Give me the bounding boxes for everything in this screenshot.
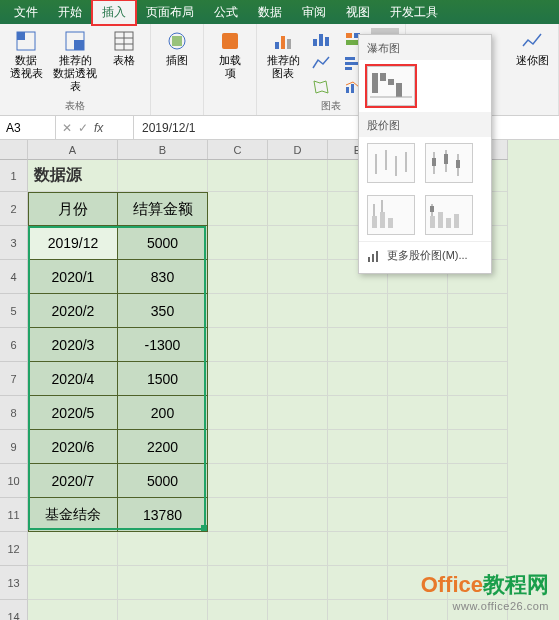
cell-C11[interactable] xyxy=(208,498,268,532)
cell-A3[interactable]: 2019/12 xyxy=(28,226,118,260)
cell-F12[interactable] xyxy=(388,532,448,566)
cell-G6[interactable] xyxy=(448,328,508,362)
tab-view[interactable]: 视图 xyxy=(336,0,380,25)
confirm-icon[interactable]: ✓ xyxy=(78,121,88,135)
cell-A11[interactable]: 基金结余 xyxy=(28,498,118,532)
stock-chart-thumb-4[interactable] xyxy=(425,195,473,235)
cell-A14[interactable] xyxy=(28,600,118,620)
cell-G5[interactable] xyxy=(448,294,508,328)
fx-icon[interactable]: fx xyxy=(94,121,103,135)
cell-A2[interactable]: 月份 xyxy=(28,192,118,226)
cell-C5[interactable] xyxy=(208,294,268,328)
cell-B4[interactable]: 830 xyxy=(118,260,208,294)
cell-C3[interactable] xyxy=(208,226,268,260)
cell-D9[interactable] xyxy=(268,430,328,464)
cell-B2[interactable]: 结算金额 xyxy=(118,192,208,226)
col-header-B[interactable]: B xyxy=(118,140,208,159)
cell-A7[interactable]: 2020/4 xyxy=(28,362,118,396)
cell-G11[interactable] xyxy=(448,498,508,532)
row-header-7[interactable]: 7 xyxy=(0,362,28,396)
col-header-A[interactable]: A xyxy=(28,140,118,159)
cancel-icon[interactable]: ✕ xyxy=(62,121,72,135)
cell-D6[interactable] xyxy=(268,328,328,362)
cell-F5[interactable] xyxy=(388,294,448,328)
cell-C7[interactable] xyxy=(208,362,268,396)
cell-E5[interactable] xyxy=(328,294,388,328)
line-chart-button[interactable] xyxy=(307,52,335,74)
cell-D12[interactable] xyxy=(268,532,328,566)
cell-A10[interactable]: 2020/7 xyxy=(28,464,118,498)
stock-chart-thumb-3[interactable] xyxy=(367,195,415,235)
cell-D11[interactable] xyxy=(268,498,328,532)
rec-pivot-button[interactable]: 推荐的 数据透视表 xyxy=(50,28,100,96)
cell-A8[interactable]: 2020/5 xyxy=(28,396,118,430)
cell-C14[interactable] xyxy=(208,600,268,620)
formula-input[interactable] xyxy=(134,116,559,139)
cell-E11[interactable] xyxy=(328,498,388,532)
row-header-6[interactable]: 6 xyxy=(0,328,28,362)
tab-home[interactable]: 开始 xyxy=(48,0,92,25)
cell-E9[interactable] xyxy=(328,430,388,464)
row-header-13[interactable]: 13 xyxy=(0,566,28,600)
row-header-14[interactable]: 14 xyxy=(0,600,28,620)
cell-G9[interactable] xyxy=(448,430,508,464)
cell-D1[interactable] xyxy=(268,160,328,192)
illustrations-button[interactable]: 插图 xyxy=(157,28,197,69)
cell-D8[interactable] xyxy=(268,396,328,430)
row-header-9[interactable]: 9 xyxy=(0,430,28,464)
cell-A1[interactable]: 数据源 xyxy=(28,160,118,192)
cell-B6[interactable]: -1300 xyxy=(118,328,208,362)
more-stock-charts[interactable]: 更多股价图(M)... xyxy=(359,241,491,269)
cell-G12[interactable] xyxy=(448,532,508,566)
cell-D7[interactable] xyxy=(268,362,328,396)
row-header-4[interactable]: 4 xyxy=(0,260,28,294)
col-header-D[interactable]: D xyxy=(268,140,328,159)
cell-C2[interactable] xyxy=(208,192,268,226)
row-header-8[interactable]: 8 xyxy=(0,396,28,430)
tab-data[interactable]: 数据 xyxy=(248,0,292,25)
rec-chart-button[interactable]: 推荐的 图表 xyxy=(263,28,303,82)
name-box[interactable]: A3 xyxy=(0,116,56,139)
cell-E13[interactable] xyxy=(328,566,388,600)
cell-E6[interactable] xyxy=(328,328,388,362)
tab-dev[interactable]: 开发工具 xyxy=(380,0,448,25)
cell-E12[interactable] xyxy=(328,532,388,566)
cell-A12[interactable] xyxy=(28,532,118,566)
tab-file[interactable]: 文件 xyxy=(4,0,48,25)
cell-D10[interactable] xyxy=(268,464,328,498)
cell-F7[interactable] xyxy=(388,362,448,396)
cell-C10[interactable] xyxy=(208,464,268,498)
cell-B5[interactable]: 350 xyxy=(118,294,208,328)
row-header-1[interactable]: 1 xyxy=(0,160,28,192)
tab-review[interactable]: 审阅 xyxy=(292,0,336,25)
sparkline-button[interactable]: 迷你图 xyxy=(512,28,552,69)
cell-C1[interactable] xyxy=(208,160,268,192)
cell-C12[interactable] xyxy=(208,532,268,566)
col-header-C[interactable]: C xyxy=(208,140,268,159)
cell-D5[interactable] xyxy=(268,294,328,328)
tab-insert[interactable]: 插入 xyxy=(92,0,136,25)
row-header-11[interactable]: 11 xyxy=(0,498,28,532)
cell-G10[interactable] xyxy=(448,464,508,498)
cell-F9[interactable] xyxy=(388,430,448,464)
cell-D3[interactable] xyxy=(268,226,328,260)
cell-A13[interactable] xyxy=(28,566,118,600)
row-header-10[interactable]: 10 xyxy=(0,464,28,498)
cell-D13[interactable] xyxy=(268,566,328,600)
cell-C4[interactable] xyxy=(208,260,268,294)
cell-A6[interactable]: 2020/3 xyxy=(28,328,118,362)
tab-formulas[interactable]: 公式 xyxy=(204,0,248,25)
cell-F8[interactable] xyxy=(388,396,448,430)
cell-A9[interactable]: 2020/6 xyxy=(28,430,118,464)
cell-B12[interactable] xyxy=(118,532,208,566)
cell-D14[interactable] xyxy=(268,600,328,620)
cell-A4[interactable]: 2020/1 xyxy=(28,260,118,294)
row-header-3[interactable]: 3 xyxy=(0,226,28,260)
cell-E7[interactable] xyxy=(328,362,388,396)
stock-chart-thumb-2[interactable] xyxy=(425,143,473,183)
cell-E14[interactable] xyxy=(328,600,388,620)
cell-B10[interactable]: 5000 xyxy=(118,464,208,498)
cell-B11[interactable]: 13780 xyxy=(118,498,208,532)
map-chart-button[interactable] xyxy=(307,76,335,98)
addins-button[interactable]: 加载 项 xyxy=(210,28,250,82)
